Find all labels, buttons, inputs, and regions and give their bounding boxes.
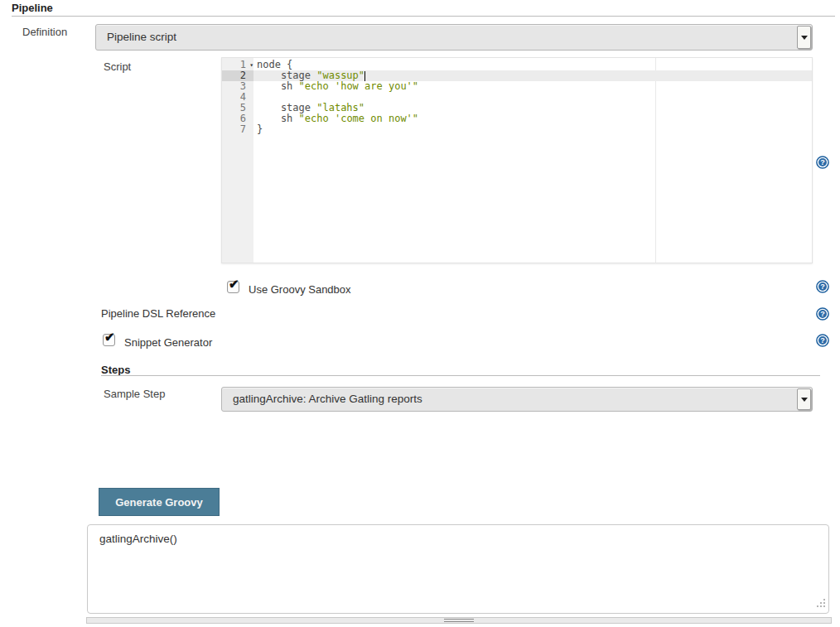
sample-step-select-value: gatlingArchive: Archive Gatling reports xyxy=(222,388,812,411)
gutter-line-number: 7 xyxy=(222,124,253,135)
chevron-down-icon xyxy=(801,36,808,40)
gutter-line-number: 2 xyxy=(222,70,253,81)
svg-text:?: ? xyxy=(820,282,825,291)
definition-select-value: Pipeline script xyxy=(96,25,812,50)
code-token-plain: } xyxy=(257,123,263,135)
code-token-string: "latahs" xyxy=(316,102,364,113)
code-token-plain: stage xyxy=(257,102,316,113)
help-icon-sandbox[interactable]: ? xyxy=(816,280,829,293)
definition-select-arrow-button[interactable] xyxy=(797,26,811,49)
drag-handle-icon xyxy=(444,619,474,622)
definition-label: Definition xyxy=(22,26,67,38)
script-code-editor[interactable]: 1▾234567 node { stage "wassup" sh "echo … xyxy=(221,57,813,263)
steps-section-title: Steps xyxy=(101,364,130,376)
fold-arrow-icon[interactable]: ▾ xyxy=(249,60,253,70)
textarea-resize-grip-icon[interactable] xyxy=(820,605,822,607)
pipeline-config-page: Pipeline Definition Pipeline script Scri… xyxy=(0,0,840,627)
help-icon-dsl-reference[interactable]: ? xyxy=(816,307,829,321)
svg-text:?: ? xyxy=(820,158,825,166)
code-line[interactable]: sh "echo 'how are you'" xyxy=(253,81,812,92)
code-line[interactable]: sh "echo 'come on now'" xyxy=(253,113,812,124)
help-icon-script[interactable]: ? xyxy=(816,156,829,169)
code-token-plain: stage xyxy=(257,70,316,81)
code-token-plain: sh xyxy=(257,113,299,124)
gutter-line-number: 4 xyxy=(222,92,253,103)
code-token-string: "echo 'how are you'" xyxy=(299,80,419,92)
gutter-line-number: 6 xyxy=(222,113,253,124)
definition-select[interactable]: Pipeline script xyxy=(95,24,813,51)
svg-text:?: ? xyxy=(820,336,825,345)
svg-text:?: ? xyxy=(820,310,825,318)
generate-groovy-button[interactable]: Generate Groovy xyxy=(99,488,220,516)
checkmark-icon: ✔ xyxy=(104,330,115,343)
sample-step-select[interactable]: gatlingArchive: Archive Gatling reports xyxy=(221,387,813,412)
use-groovy-sandbox-checkbox[interactable]: ✔ xyxy=(227,281,239,293)
script-label: Script xyxy=(104,60,131,73)
pipeline-dsl-reference-link[interactable]: Pipeline DSL Reference xyxy=(101,307,215,320)
code-token-plain: node { xyxy=(257,59,292,70)
code-line[interactable]: } xyxy=(253,124,812,135)
chevron-down-icon xyxy=(801,398,808,402)
snippet-generator-checkbox[interactable]: ✔ xyxy=(103,334,115,346)
use-groovy-sandbox-label: Use Groovy Sandbox xyxy=(249,283,351,296)
text-cursor xyxy=(364,71,365,81)
pipeline-section-divider xyxy=(12,16,835,17)
snippet-generator-label: Snippet Generator xyxy=(124,336,212,349)
gutter-line-number: 5 xyxy=(222,103,253,113)
groovy-output-textarea[interactable]: gatlingArchive() xyxy=(87,524,829,614)
script-editor-gutter: 1▾234567 xyxy=(222,58,253,263)
pipeline-section-title: Pipeline xyxy=(12,2,53,14)
code-token-string: "echo 'come on now'" xyxy=(299,113,419,124)
sample-step-select-arrow-button[interactable] xyxy=(797,388,811,410)
gutter-line-number: 1▾ xyxy=(222,60,253,70)
code-token-string: "wassup" xyxy=(316,70,364,81)
help-icon-snippet-generator[interactable]: ? xyxy=(816,334,829,347)
textarea-resize-bar[interactable] xyxy=(86,617,832,624)
script-editor-lines[interactable]: node { stage "wassup" sh "echo 'how are … xyxy=(253,60,812,135)
checkmark-icon: ✔ xyxy=(229,277,239,290)
steps-section-divider xyxy=(101,375,820,376)
gutter-line-number: 3 xyxy=(222,81,253,92)
code-token-plain: sh xyxy=(257,80,299,92)
sample-step-label: Sample Step xyxy=(104,388,165,400)
